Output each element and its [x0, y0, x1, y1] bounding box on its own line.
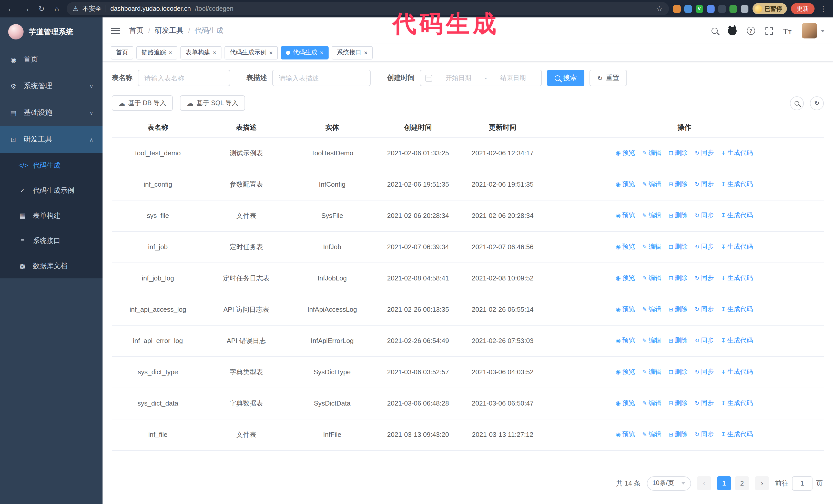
- generate-code-link[interactable]: ↧生成代码: [721, 399, 753, 408]
- delete-link[interactable]: ⊟删除: [668, 336, 687, 345]
- delete-link[interactable]: ⊟删除: [668, 274, 687, 283]
- help-icon[interactable]: ?: [747, 27, 755, 35]
- tab-codegen-example[interactable]: 代码生成示例×: [224, 46, 278, 59]
- generate-code-link[interactable]: ↧生成代码: [721, 368, 753, 376]
- user-menu[interactable]: [802, 23, 825, 39]
- delete-link[interactable]: ⊟删除: [668, 242, 687, 251]
- preview-link[interactable]: ◉预览: [616, 430, 635, 439]
- extension-icon-1[interactable]: [673, 5, 681, 13]
- breadcrumb-item-devtools[interactable]: 研发工具: [155, 26, 184, 35]
- preview-link[interactable]: ◉预览: [616, 242, 635, 251]
- sync-link[interactable]: ↻同步: [695, 149, 714, 158]
- edit-link[interactable]: ✎编辑: [642, 368, 661, 376]
- edit-link[interactable]: ✎编辑: [642, 149, 661, 158]
- forward-icon[interactable]: →: [21, 3, 32, 14]
- sidebar-item-infra[interactable]: ▤基础设施∨: [0, 99, 102, 126]
- font-size-icon[interactable]: TT: [783, 27, 791, 34]
- delete-link[interactable]: ⊟删除: [668, 149, 687, 158]
- sidebar-item-system-mgmt[interactable]: ⚙系统管理∨: [0, 73, 102, 99]
- generate-code-link[interactable]: ↧生成代码: [721, 211, 753, 220]
- extension-icon-2[interactable]: [684, 5, 692, 13]
- sync-link[interactable]: ↻同步: [695, 274, 714, 283]
- reload-icon[interactable]: ↻: [36, 3, 47, 14]
- table-desc-input[interactable]: [272, 70, 371, 86]
- generate-code-link[interactable]: ↧生成代码: [721, 305, 753, 314]
- preview-link[interactable]: ◉预览: [616, 274, 635, 283]
- sync-link[interactable]: ↻同步: [695, 180, 714, 189]
- sync-link[interactable]: ↻同步: [695, 430, 714, 439]
- sync-link[interactable]: ↻同步: [695, 211, 714, 220]
- fullscreen-icon[interactable]: [765, 27, 773, 34]
- generate-code-link[interactable]: ↧生成代码: [721, 180, 753, 189]
- sidebar-item-codegen-example[interactable]: ✓代码生成示例: [0, 178, 102, 203]
- search-icon[interactable]: [711, 28, 717, 34]
- page-button-2[interactable]: 2: [735, 476, 749, 490]
- sidebar-item-home[interactable]: ◉首页: [0, 46, 102, 73]
- extension-icon-5[interactable]: [718, 5, 725, 13]
- browser-update-button[interactable]: 更新: [791, 3, 814, 14]
- address-bar[interactable]: ⚠ 不安全 dashboard.yudao.iocoder.cn/tool/co…: [67, 2, 669, 16]
- delete-link[interactable]: ⊟删除: [668, 399, 687, 408]
- preview-link[interactable]: ◉预览: [616, 368, 635, 376]
- preview-link[interactable]: ◉预览: [616, 305, 635, 314]
- preview-link[interactable]: ◉预览: [616, 399, 635, 408]
- import-sql-button[interactable]: ☁ 基于 SQL 导入: [180, 95, 245, 111]
- tab-home[interactable]: 首页: [111, 46, 133, 59]
- preview-link[interactable]: ◉预览: [616, 211, 635, 220]
- close-icon[interactable]: ×: [320, 49, 324, 56]
- github-icon[interactable]: [728, 26, 736, 35]
- generate-code-link[interactable]: ↧生成代码: [721, 336, 753, 345]
- sync-link[interactable]: ↻同步: [695, 368, 714, 376]
- sidebar-item-system-api[interactable]: ≡系统接口: [0, 228, 102, 253]
- start-date-placeholder[interactable]: 开始日期: [435, 74, 482, 82]
- extension-icon-4[interactable]: [707, 5, 714, 13]
- tab-system-api[interactable]: 系统接口×: [332, 46, 373, 59]
- close-icon[interactable]: ×: [213, 49, 216, 56]
- close-icon[interactable]: ×: [169, 49, 172, 56]
- sidebar-item-devtools[interactable]: ⊡研发工具∧: [0, 126, 102, 153]
- generate-code-link[interactable]: ↧生成代码: [721, 430, 753, 439]
- generate-code-link[interactable]: ↧生成代码: [721, 242, 753, 251]
- prev-page-button[interactable]: ‹: [697, 476, 711, 490]
- refresh-button[interactable]: ↻: [810, 96, 824, 110]
- preview-link[interactable]: ◉预览: [616, 180, 635, 189]
- profile-chip[interactable]: 已暂停: [752, 3, 787, 14]
- tab-codegen[interactable]: 代码生成×: [281, 46, 329, 59]
- delete-link[interactable]: ⊟删除: [668, 211, 687, 220]
- tab-form-builder[interactable]: 表单构建×: [181, 46, 221, 59]
- next-page-button[interactable]: ›: [755, 476, 769, 490]
- sync-link[interactable]: ↻同步: [695, 305, 714, 314]
- goto-page-input[interactable]: [792, 476, 812, 490]
- back-icon[interactable]: ←: [5, 3, 17, 14]
- edit-link[interactable]: ✎编辑: [642, 180, 661, 189]
- edit-link[interactable]: ✎编辑: [642, 274, 661, 283]
- search-toggle-button[interactable]: [790, 96, 804, 110]
- generate-code-link[interactable]: ↧生成代码: [721, 274, 753, 283]
- sync-link[interactable]: ↻同步: [695, 336, 714, 345]
- edit-link[interactable]: ✎编辑: [642, 399, 661, 408]
- search-button[interactable]: 搜索: [547, 70, 585, 86]
- edit-link[interactable]: ✎编辑: [642, 211, 661, 220]
- import-db-button[interactable]: ☁ 基于 DB 导入: [112, 95, 173, 111]
- delete-link[interactable]: ⊟删除: [668, 305, 687, 314]
- home-browser-icon[interactable]: ⌂: [51, 3, 63, 14]
- app-logo[interactable]: 芋道管理系统: [0, 18, 102, 46]
- sidebar-item-form-builder[interactable]: ▦表单构建: [0, 203, 102, 228]
- close-icon[interactable]: ×: [364, 49, 367, 56]
- edit-link[interactable]: ✎编辑: [642, 430, 661, 439]
- sidebar-item-codegen[interactable]: </>代码生成: [0, 153, 102, 178]
- edit-link[interactable]: ✎编辑: [642, 242, 661, 251]
- create-time-range-picker[interactable]: 开始日期 - 结束日期: [420, 70, 542, 86]
- page-button-1[interactable]: 1: [717, 476, 731, 490]
- delete-link[interactable]: ⊟删除: [668, 180, 687, 189]
- delete-link[interactable]: ⊟删除: [668, 368, 687, 376]
- delete-link[interactable]: ⊟删除: [668, 430, 687, 439]
- extension-icon-7[interactable]: [740, 5, 748, 13]
- browser-menu-icon[interactable]: ⋮: [819, 5, 828, 13]
- page-size-select[interactable]: 10条/页: [647, 476, 691, 490]
- bookmark-star-icon[interactable]: ☆: [656, 5, 663, 13]
- edit-link[interactable]: ✎编辑: [642, 336, 661, 345]
- preview-link[interactable]: ◉预览: [616, 336, 635, 345]
- preview-link[interactable]: ◉预览: [616, 149, 635, 158]
- extension-icon-3[interactable]: V: [695, 5, 703, 13]
